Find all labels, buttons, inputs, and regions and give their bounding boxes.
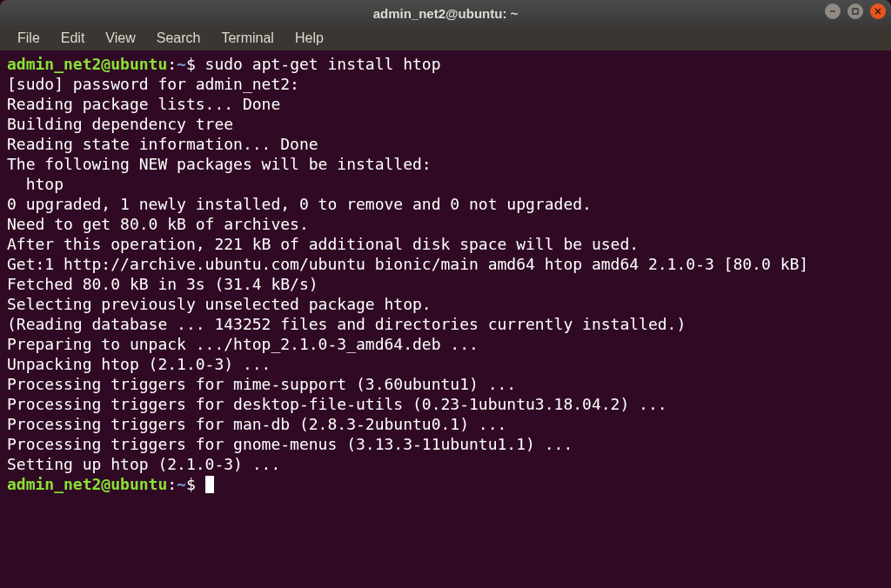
prompt-userhost: admin_net2@ubuntu [7,475,167,493]
output-line: htop [7,175,64,193]
output-line: Get:1 http://archive.ubuntu.com/ubuntu b… [7,255,808,273]
output-line: Need to get 80.0 kB of archives. [7,215,309,233]
close-button[interactable] [870,3,886,19]
output-line: Setting up htop (2.1.0-3) ... [7,455,280,473]
output-line: After this operation, 221 kB of addition… [7,235,639,253]
menu-edit[interactable]: Edit [52,29,94,48]
svg-rect-1 [853,9,858,14]
output-line: Preparing to unpack .../htop_2.1.0-3_amd… [7,335,479,353]
output-line: Building dependency tree [7,115,233,133]
output-line: Processing triggers for mime-support (3.… [7,375,516,393]
output-line: Processing triggers for desktop-file-uti… [7,395,667,413]
menu-terminal[interactable]: Terminal [212,29,282,48]
output-line: Unpacking htop (2.1.0-3) ... [7,355,271,373]
command-text: sudo apt-get install htop [205,55,441,73]
menubar: File Edit View Search Terminal Help [0,26,891,50]
output-line: Fetched 80.0 kB in 3s (31.4 kB/s) [7,275,318,293]
minimize-button[interactable] [825,3,841,19]
menu-search[interactable]: Search [148,29,210,48]
output-line: Processing triggers for gnome-menus (3.1… [7,435,573,453]
prompt-sign: $ [186,475,205,493]
prompt-userhost: admin_net2@ubuntu [7,55,167,73]
menu-file[interactable]: File [9,29,49,48]
titlebar: admin_net2@ubuntu: ~ [0,0,891,26]
terminal-window: admin_net2@ubuntu: ~ File Edit View Sear… [0,0,891,588]
output-line: (Reading database ... 143252 files and d… [7,315,686,333]
prompt-path: ~ [177,55,186,73]
output-line: Reading state information... Done [7,135,318,153]
prompt-colon: : [167,55,177,73]
window-title: admin_net2@ubuntu: ~ [373,6,519,21]
output-line: 0 upgraded, 1 newly installed, 0 to remo… [7,195,592,213]
prompt-sign: $ [186,55,205,73]
output-line: Reading package lists... Done [7,95,280,113]
window-controls [825,3,886,19]
menu-view[interactable]: View [97,29,144,48]
prompt-path: ~ [177,475,186,493]
cursor [205,476,214,493]
output-line: Processing triggers for man-db (2.8.3-2u… [7,415,506,433]
menu-help[interactable]: Help [286,29,332,48]
prompt-colon: : [167,475,177,493]
output-line: The following NEW packages will be insta… [7,155,432,173]
output-line: [sudo] password for admin_net2: [7,75,299,93]
terminal-area[interactable]: admin_net2@ubuntu:~$ sudo apt-get instal… [0,50,891,588]
output-line: Selecting previously unselected package … [7,295,432,313]
maximize-button[interactable] [847,3,863,19]
